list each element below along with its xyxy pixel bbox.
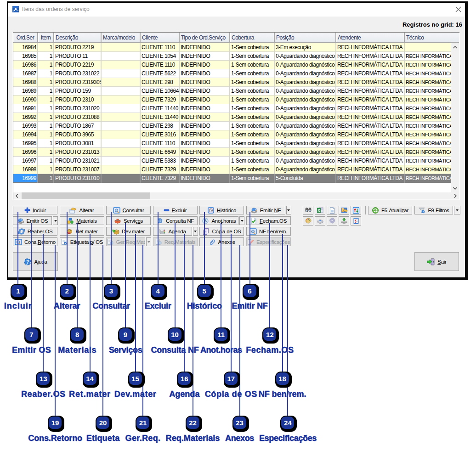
svg-text:?: ? (26, 259, 29, 265)
